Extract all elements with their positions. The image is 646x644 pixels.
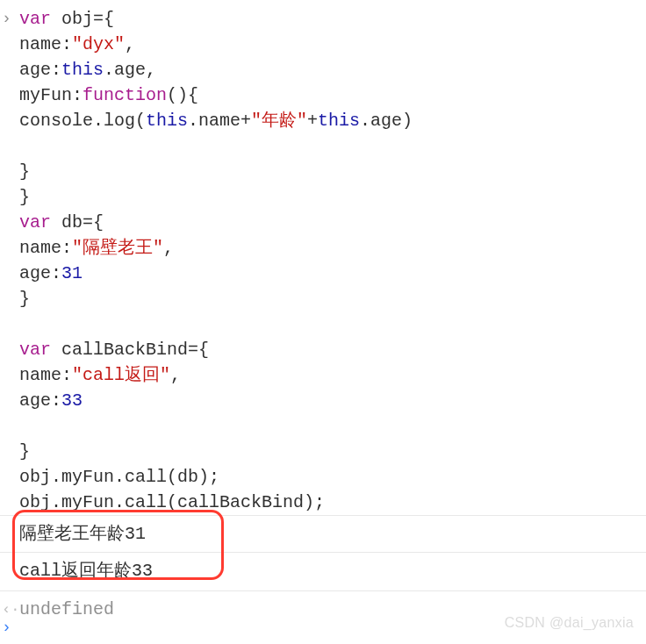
watermark-text: CSDN @dai_yanxia bbox=[505, 610, 634, 635]
number-literal: 33 bbox=[61, 390, 83, 411]
kw-this: this bbox=[318, 111, 360, 131]
kw-var: var bbox=[19, 9, 51, 29]
string-literal: "年龄" bbox=[251, 111, 307, 131]
code-text: console.log( bbox=[19, 111, 146, 131]
code-text: age: bbox=[19, 60, 61, 80]
code-text: myFun: bbox=[19, 85, 83, 105]
string-literal: "隔壁老王" bbox=[72, 238, 163, 258]
code-text: } bbox=[19, 441, 30, 462]
return-value: undefined bbox=[19, 599, 114, 619]
code-text: obj={ bbox=[51, 9, 114, 29]
code-text: name: bbox=[19, 365, 72, 385]
code-text: , bbox=[125, 34, 135, 54]
kw-var: var bbox=[19, 340, 51, 360]
string-literal: "dyx" bbox=[72, 34, 125, 54]
console-log-output: 隔壁老王年龄31 bbox=[0, 515, 646, 552]
code-text: age: bbox=[19, 390, 61, 411]
code-text: .age) bbox=[360, 111, 413, 131]
code-text: } bbox=[19, 187, 30, 207]
kw-var: var bbox=[19, 212, 51, 233]
console-log-output: call返回年龄33 bbox=[0, 552, 646, 590]
code-text: .name+ bbox=[188, 111, 251, 131]
code-text: age: bbox=[19, 263, 61, 283]
code-text: } bbox=[19, 161, 30, 182]
code-text: } bbox=[19, 289, 30, 309]
code-text: .age, bbox=[104, 60, 156, 80]
next-input-prompt-icon: › bbox=[2, 615, 11, 640]
code-text: (){ bbox=[167, 85, 198, 105]
devtools-console: › var obj={ name:"dyx", age:this.age, my… bbox=[0, 0, 646, 644]
code-text: + bbox=[307, 111, 318, 131]
kw-this: this bbox=[146, 111, 188, 131]
kw-function: function bbox=[83, 85, 167, 105]
code-text: , bbox=[170, 365, 181, 385]
code-text: name: bbox=[19, 238, 72, 258]
code-text: obj.myFun.call(callBackBind); bbox=[19, 492, 325, 512]
code-text: , bbox=[163, 238, 174, 258]
number-literal: 31 bbox=[61, 263, 83, 283]
input-prompt-icon: › bbox=[2, 6, 11, 32]
console-input-code[interactable]: var obj={ name:"dyx", age:this.age, myFu… bbox=[0, 0, 646, 515]
code-text: callBackBind={ bbox=[51, 340, 209, 360]
code-text: db={ bbox=[51, 212, 104, 233]
code-text: obj.myFun.call(db); bbox=[19, 467, 219, 487]
string-literal: "call返回" bbox=[72, 365, 170, 385]
kw-this: this bbox=[61, 60, 104, 80]
code-text: name: bbox=[19, 34, 72, 54]
